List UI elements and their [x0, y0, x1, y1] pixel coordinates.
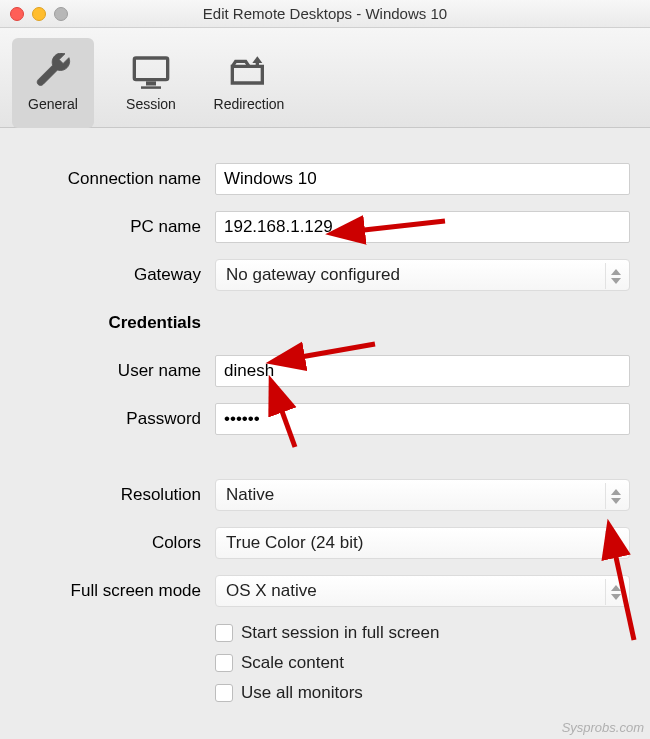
colors-select[interactable]: True Color (24 bit)	[215, 527, 630, 559]
pc-name-input[interactable]	[215, 211, 630, 243]
start-fullscreen-label: Start session in full screen	[241, 623, 439, 643]
folder-arrow-icon	[228, 54, 270, 92]
use-all-monitors-checkbox[interactable]	[215, 684, 233, 702]
colors-label: Colors	[20, 533, 215, 553]
password-input[interactable]	[215, 403, 630, 435]
gateway-select[interactable]: No gateway configured	[215, 259, 630, 291]
user-name-input[interactable]	[215, 355, 630, 387]
credentials-header: Credentials	[20, 313, 215, 333]
resolution-value: Native	[226, 485, 274, 505]
password-label: Password	[20, 409, 215, 429]
resolution-select[interactable]: Native	[215, 479, 630, 511]
tab-session-label: Session	[126, 96, 176, 112]
watermark: Sysprobs.com	[562, 720, 644, 735]
scale-content-label: Scale content	[241, 653, 344, 673]
tab-session[interactable]: Session	[110, 38, 192, 128]
svg-rect-1	[146, 81, 156, 85]
updown-icon	[605, 263, 625, 289]
connection-name-label: Connection name	[20, 169, 215, 189]
titlebar: Edit Remote Desktops - Windows 10	[0, 0, 650, 28]
svg-rect-2	[141, 86, 161, 89]
tab-redirection[interactable]: Redirection	[208, 38, 290, 128]
gateway-label: Gateway	[20, 265, 215, 285]
gateway-value: No gateway configured	[226, 265, 400, 285]
pc-name-label: PC name	[20, 217, 215, 237]
use-all-monitors-label: Use all monitors	[241, 683, 363, 703]
form: Connection name PC name Gateway No gatew…	[0, 128, 650, 734]
window-title: Edit Remote Desktops - Windows 10	[0, 5, 650, 22]
tab-general-label: General	[28, 96, 78, 112]
connection-name-input[interactable]	[215, 163, 630, 195]
updown-icon	[605, 483, 625, 509]
resolution-label: Resolution	[20, 485, 215, 505]
colors-value: True Color (24 bit)	[226, 533, 363, 553]
scale-content-checkbox[interactable]	[215, 654, 233, 672]
fullscreen-value: OS X native	[226, 581, 317, 601]
start-fullscreen-checkbox[interactable]	[215, 624, 233, 642]
user-name-label: User name	[20, 361, 215, 381]
fullscreen-label: Full screen mode	[20, 581, 215, 601]
fullscreen-select[interactable]: OS X native	[215, 575, 630, 607]
toolbar: General Session Redirection	[0, 28, 650, 128]
updown-icon	[605, 579, 625, 605]
tab-general[interactable]: General	[12, 38, 94, 128]
monitor-icon	[130, 54, 172, 92]
wrench-icon	[32, 54, 74, 92]
tab-redirection-label: Redirection	[214, 96, 285, 112]
updown-icon	[605, 531, 625, 557]
svg-rect-0	[134, 58, 167, 80]
